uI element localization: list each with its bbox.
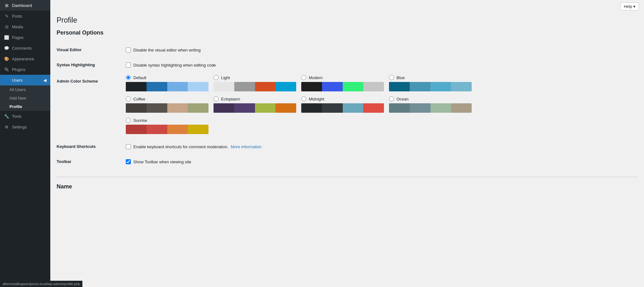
scheme-modern: Modern — [301, 75, 384, 91]
sidebar-item-users[interactable]: 👤 Users ◀ — [0, 75, 50, 85]
sidebar-item-plugins[interactable]: 🔌 Plugins — [0, 64, 50, 75]
users-icon: 👤 — [4, 77, 9, 83]
scheme-sunrise: Sunrise — [126, 118, 208, 134]
name-row: Name — [57, 169, 638, 196]
scheme-ectoplasm-colors — [214, 103, 296, 113]
syntax-highlighting-label: Syntax Highlighting — [57, 62, 95, 67]
scheme-default: Default — [126, 75, 208, 91]
appearance-icon: 🎨 — [4, 56, 9, 62]
sidebar-item-all-users[interactable]: All Users — [0, 85, 50, 94]
admin-color-scheme-row: Admin Color Scheme Default — [57, 73, 638, 139]
statusbar: afterinstallingwordpress.local/wp-admin/… — [0, 281, 82, 287]
visual-editor-field: Disable the visual editor when writing — [126, 47, 638, 52]
sidebar-item-profile[interactable]: Profile — [0, 102, 50, 111]
scheme-sunrise-label[interactable]: Sunrise — [126, 118, 208, 123]
visual-editor-label: Visual Editor — [57, 47, 81, 52]
scheme-coffee: Coffee — [126, 96, 208, 113]
syntax-highlighting-field: Disable syntax highlighting when editing… — [126, 62, 638, 68]
scheme-coffee-colors — [126, 103, 208, 113]
users-submenu: All Users Add New Profile — [0, 85, 50, 111]
visual-editor-checkbox[interactable] — [126, 47, 131, 52]
help-button[interactable]: Help ▾ — [620, 3, 639, 10]
color-scheme-grid: Default — [126, 75, 472, 134]
toolbar-field: Show Toolbar when viewing site — [126, 159, 638, 164]
media-icon: ⊟ — [4, 24, 9, 30]
syntax-highlighting-row: Syntax Highlighting Disable syntax highl… — [57, 57, 638, 73]
scheme-light-colors — [214, 82, 296, 91]
sidebar-item-posts[interactable]: ✎ Posts — [0, 11, 50, 21]
sidebar-item-settings[interactable]: ⚙ Settings — [0, 122, 50, 132]
settings-icon: ⚙ — [4, 124, 9, 130]
sidebar-item-dashboard[interactable]: ⊞ Dashboard — [0, 0, 50, 11]
sidebar-item-media[interactable]: ⊟ Media — [0, 21, 50, 32]
toolbar-label: Toolbar — [57, 159, 71, 164]
sidebar-item-add-new[interactable]: Add New — [0, 94, 50, 102]
pages-icon: ⬜ — [4, 35, 9, 40]
toolbar-row: Toolbar Show Toolbar when viewing site — [57, 154, 638, 169]
name-section-title: Name — [57, 177, 638, 190]
scheme-ectoplasm-radio[interactable] — [214, 96, 219, 101]
scheme-sunrise-radio[interactable] — [126, 118, 131, 123]
sidebar: ⊞ Dashboard ✎ Posts ⊟ Media ⬜ Pages 💬 Co… — [0, 0, 50, 287]
keyboard-shortcuts-field: Enable keyboard shortcuts for comment mo… — [126, 144, 638, 149]
sidebar-item-appearance[interactable]: 🎨 Appearance — [0, 53, 50, 64]
tools-icon: 🔧 — [4, 113, 9, 119]
scheme-default-label[interactable]: Default — [126, 75, 208, 80]
scheme-coffee-radio[interactable] — [126, 96, 131, 101]
keyboard-shortcuts-label: Keyboard Shortcuts — [57, 144, 96, 149]
scheme-light: Light — [214, 75, 296, 91]
visual-editor-row: Visual Editor Disable the visual editor … — [57, 42, 638, 57]
scheme-default-colors — [126, 82, 208, 91]
scheme-modern-label[interactable]: Modern — [301, 75, 384, 80]
keyboard-shortcuts-more-info[interactable]: More information — [231, 144, 262, 149]
scheme-ectoplasm-label[interactable]: Ectoplasm — [214, 96, 296, 101]
keyboard-shortcuts-row: Keyboard Shortcuts Enable keyboard short… — [57, 139, 638, 154]
scheme-midnight-radio[interactable] — [301, 96, 306, 101]
comments-icon: 💬 — [4, 45, 9, 51]
dashboard-icon: ⊞ — [4, 3, 9, 8]
scheme-default-radio[interactable] — [126, 75, 131, 80]
scheme-ocean-radio[interactable] — [389, 96, 394, 101]
scheme-light-label[interactable]: Light — [214, 75, 296, 80]
profile-form-table: Visual Editor Disable the visual editor … — [57, 42, 638, 196]
posts-icon: ✎ — [4, 13, 9, 19]
scheme-ocean: Ocean — [389, 96, 472, 113]
scheme-midnight: Midnight — [301, 96, 384, 113]
admin-color-scheme-label: Admin Color Scheme — [57, 79, 98, 84]
section-title: Personal Options — [57, 30, 638, 36]
main-content: Help ▾ Profile Personal Options Visual E… — [50, 0, 644, 287]
syntax-highlighting-checkbox[interactable] — [126, 62, 131, 68]
scheme-ocean-label[interactable]: Ocean — [389, 96, 472, 101]
plugins-icon: 🔌 — [4, 67, 9, 72]
scheme-coffee-label[interactable]: Coffee — [126, 96, 208, 101]
scheme-blue-radio[interactable] — [389, 75, 394, 80]
toolbar-checkbox[interactable] — [126, 159, 131, 164]
content-area: Profile Personal Options Visual Editor D… — [50, 13, 644, 203]
keyboard-shortcuts-checkbox[interactable] — [126, 144, 131, 149]
scheme-midnight-label[interactable]: Midnight — [301, 96, 384, 101]
page-title: Profile — [57, 16, 638, 24]
scheme-sunrise-colors — [126, 125, 208, 134]
scheme-blue: Blue — [389, 75, 472, 91]
scheme-light-radio[interactable] — [214, 75, 219, 80]
sidebar-item-tools[interactable]: 🔧 Tools — [0, 111, 50, 122]
scheme-ectoplasm: Ectoplasm — [214, 96, 296, 113]
sidebar-item-comments[interactable]: 💬 Comments — [0, 43, 50, 53]
topbar: Help ▾ — [50, 0, 644, 13]
scheme-midnight-colors — [301, 103, 384, 113]
sidebar-item-pages[interactable]: ⬜ Pages — [0, 32, 50, 43]
scheme-ocean-colors — [389, 103, 472, 113]
scheme-modern-radio[interactable] — [301, 75, 306, 80]
scheme-blue-colors — [389, 82, 472, 91]
scheme-modern-colors — [301, 82, 384, 91]
scheme-blue-label[interactable]: Blue — [389, 75, 472, 80]
